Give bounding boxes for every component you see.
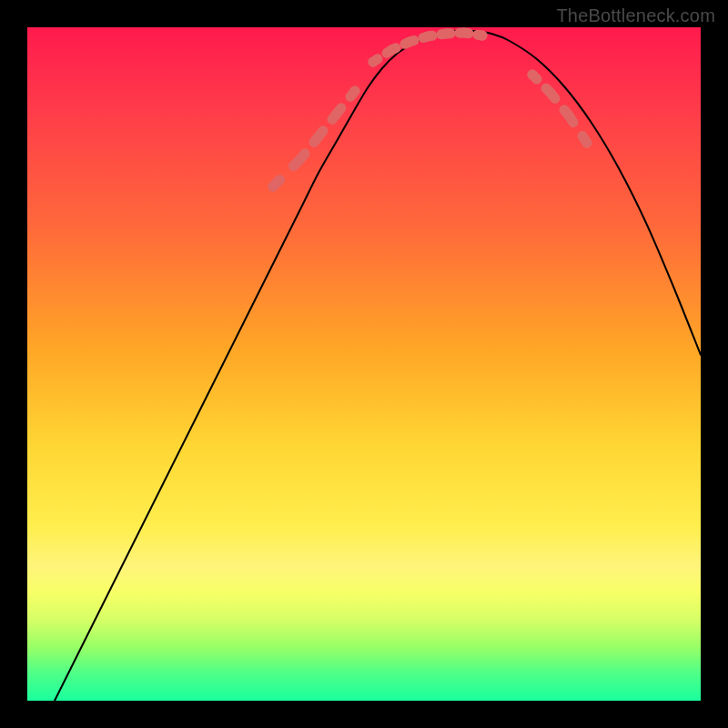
- accent-dot: [318, 131, 323, 136]
- attribution-watermark: TheBottleneck.com: [556, 5, 715, 26]
- accent-dot: [300, 154, 305, 159]
- accent-dot: [464, 33, 469, 34]
- accent-dot: [528, 70, 538, 80]
- accent-dot: [369, 57, 379, 67]
- chart-plot-area: [27, 27, 701, 701]
- chart-frame: TheBottleneck.com: [0, 0, 728, 728]
- accent-dot: [478, 31, 488, 41]
- accent-dot: [391, 48, 396, 50]
- bottleneck-curve: [55, 31, 701, 701]
- accent-dot: [428, 35, 432, 36]
- accent-dot-group: [268, 31, 592, 192]
- accent-dot: [268, 182, 278, 192]
- accent-dot: [337, 108, 341, 114]
- accent-dot: [350, 86, 360, 96]
- chart-svg: [27, 27, 701, 701]
- accent-dot: [569, 116, 573, 123]
- accent-dot: [551, 93, 555, 98]
- accent-dot: [582, 138, 592, 148]
- accent-dot: [410, 41, 414, 43]
